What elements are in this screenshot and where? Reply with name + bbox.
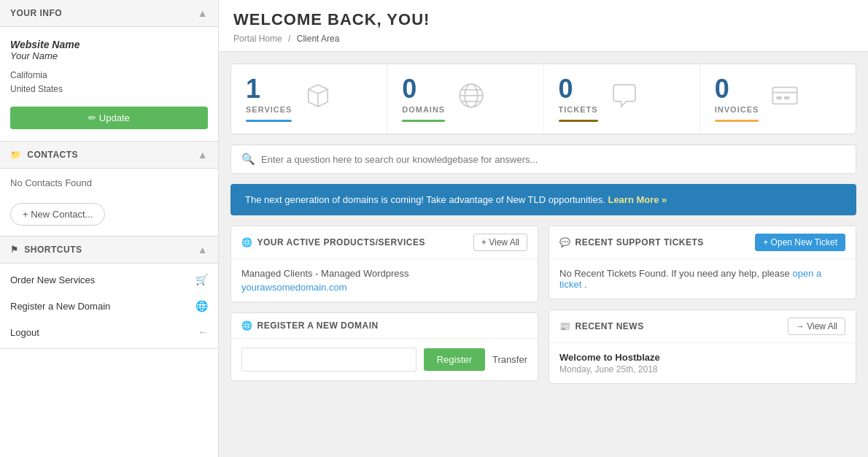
recent-news-card: 📰 RECENT NEWS → View All Welcome to Host… [549, 310, 856, 384]
user-info-body: Website Name Your Name California United… [0, 27, 218, 141]
shortcuts-chevron: ▲ [198, 244, 208, 256]
breadcrumb-separator: / [288, 34, 290, 44]
product-link[interactable]: yourawsomedomain.com [241, 282, 347, 293]
stat-domains-label: DOMAINS [402, 105, 445, 114]
support-chat-icon: 💬 [559, 237, 571, 247]
news-item-title: Welcome to Hostblaze [559, 352, 845, 363]
shortcut-logout[interactable]: Logout ← [0, 319, 218, 345]
stat-domains: 0 DOMAINS [387, 64, 543, 134]
active-services-card: 🌐 YOUR ACTIVE PRODUCTS/SERVICES + View A… [230, 226, 538, 302]
left-column: 🌐 YOUR ACTIVE PRODUCTS/SERVICES + View A… [230, 226, 538, 384]
invoices-icon [769, 80, 801, 118]
your-info-title: YOUR INFO [10, 8, 62, 18]
register-domain-card: 🌐 REGISTER A NEW DOMAIN Register Transfe… [230, 312, 538, 381]
contacts-body: No Contacts Found [0, 169, 218, 197]
order-services-label: Order New Services [10, 274, 95, 285]
domain-input[interactable] [241, 347, 416, 372]
breadcrumb-current: Client Area [297, 34, 340, 44]
active-services-title: 🌐 YOUR ACTIVE PRODUCTS/SERVICES [241, 237, 425, 247]
stat-services-info: 1 SERVICES [246, 76, 292, 122]
search-icon: 🔍 [241, 153, 255, 166]
stat-invoices: 0 INVOICES [700, 64, 856, 134]
your-info-chevron: ▲ [198, 7, 208, 19]
register-domain-body: Register Transfer [231, 339, 538, 380]
stat-services-label: SERVICES [246, 105, 292, 114]
search-bar[interactable]: 🔍 [230, 145, 856, 174]
stat-invoices-info: 0 INVOICES [715, 76, 759, 122]
promo-learn-more[interactable]: Learn More » [608, 194, 667, 205]
right-column: 💬 RECENT SUPPORT TICKETS + Open New Tick… [549, 226, 856, 384]
recent-news-title: 📰 RECENT NEWS [559, 321, 644, 331]
news-item-date: Monday, June 25th, 2018 [559, 364, 845, 375]
shortcuts-header: ⚑ SHORTCUTS ▲ [0, 237, 218, 264]
stat-tickets-label: TICKETS [559, 105, 598, 114]
user-country: United States [10, 84, 63, 94]
svg-rect-6 [773, 88, 797, 104]
main-body: 1 SERVICES 0 DOMAINS [219, 52, 868, 457]
stat-invoices-number: 0 [715, 76, 759, 102]
recent-news-body: Welcome to Hostblaze Monday, June 25th, … [549, 343, 856, 383]
shortcuts-section: ⚑ SHORTCUTS ▲ Order New Services 🛒 Regis… [0, 237, 218, 349]
contacts-header: CONTACTS ▲ [0, 142, 218, 169]
no-contacts-text: No Contacts Found [10, 177, 92, 188]
breadcrumb: Portal Home / Client Area [233, 34, 853, 44]
logout-label: Logout [10, 327, 39, 338]
user-name: Your Name [10, 50, 208, 61]
promo-banner: The next generation of domains is coming… [230, 184, 856, 215]
tickets-icon [608, 80, 640, 118]
flag-icon: ⚑ [10, 245, 19, 255]
stat-domains-info: 0 DOMAINS [402, 76, 445, 122]
news-icon: 📰 [559, 321, 571, 331]
two-column-layout: 🌐 YOUR ACTIVE PRODUCTS/SERVICES + View A… [230, 226, 856, 384]
open-ticket-button[interactable]: + Open New Ticket [755, 234, 845, 251]
search-input[interactable] [261, 154, 845, 165]
update-button[interactable]: ✏ Update [10, 107, 208, 129]
shortcut-order-services[interactable]: Order New Services 🛒 [0, 266, 218, 293]
user-state: California [10, 70, 47, 80]
register-domain-header: 🌐 REGISTER A NEW DOMAIN [231, 313, 538, 339]
new-contact-button[interactable]: + New Contact... [10, 203, 105, 226]
stats-row: 1 SERVICES 0 DOMAINS [230, 64, 856, 134]
stat-services-underline [246, 120, 292, 122]
no-tickets-text: No Recent Tickets Found. If you need any… [559, 268, 821, 290]
svg-rect-8 [777, 96, 782, 99]
promo-text: The next generation of domains is coming… [245, 194, 605, 205]
main-header: WELCOME BACK, YOU! Portal Home / Client … [219, 0, 868, 52]
active-services-body: Managed Clients - Managed Wordpress your… [231, 259, 538, 302]
shortcuts-title: ⚑ SHORTCUTS [10, 245, 82, 255]
support-tickets-header: 💬 RECENT SUPPORT TICKETS + Open New Tick… [549, 226, 856, 259]
register-button[interactable]: Register [424, 348, 485, 371]
cart-icon: 🛒 [195, 274, 208, 285]
product-name: Managed Clients - Managed Wordpress [241, 268, 527, 279]
contacts-title: CONTACTS [10, 150, 78, 160]
stat-tickets: 0 TICKETS [544, 64, 700, 134]
stat-invoices-underline [715, 120, 759, 122]
stat-tickets-info: 0 TICKETS [559, 76, 598, 122]
main-content: WELCOME BACK, YOU! Portal Home / Client … [219, 0, 868, 457]
domains-icon [455, 80, 487, 118]
breadcrumb-home[interactable]: Portal Home [233, 34, 282, 44]
folder-icon [10, 150, 25, 160]
stat-domains-number: 0 [402, 76, 445, 102]
recent-news-header: 📰 RECENT NEWS → View All [549, 310, 856, 343]
stat-services-number: 1 [246, 76, 292, 102]
active-services-globe-icon: 🌐 [241, 237, 253, 247]
shortcuts-body: Order New Services 🛒 Register a New Doma… [0, 264, 218, 348]
transfer-button[interactable]: Transfer [492, 354, 527, 365]
support-tickets-card: 💬 RECENT SUPPORT TICKETS + Open New Tick… [549, 226, 856, 299]
support-tickets-body: No Recent Tickets Found. If you need any… [549, 259, 856, 299]
globe-icon: 🌐 [195, 300, 208, 312]
stat-services: 1 SERVICES [231, 64, 387, 134]
contacts-section: CONTACTS ▲ No Contacts Found + New Conta… [0, 142, 218, 237]
shortcut-register-domain[interactable]: Register a New Domain 🌐 [0, 293, 218, 319]
website-name: Website Name [10, 39, 208, 50]
support-tickets-title: 💬 RECENT SUPPORT TICKETS [559, 237, 704, 247]
view-all-services-button[interactable]: + View All [473, 234, 527, 251]
active-services-header: 🌐 YOUR ACTIVE PRODUCTS/SERVICES + View A… [231, 226, 538, 259]
sidebar: YOUR INFO ▲ Website Name Your Name Calif… [0, 0, 219, 457]
user-location: California United States [10, 69, 208, 96]
services-icon [302, 80, 334, 118]
svg-rect-9 [784, 96, 789, 99]
view-all-news-button[interactable]: → View All [788, 318, 845, 335]
register-domain-title: 🌐 REGISTER A NEW DOMAIN [241, 320, 379, 331]
